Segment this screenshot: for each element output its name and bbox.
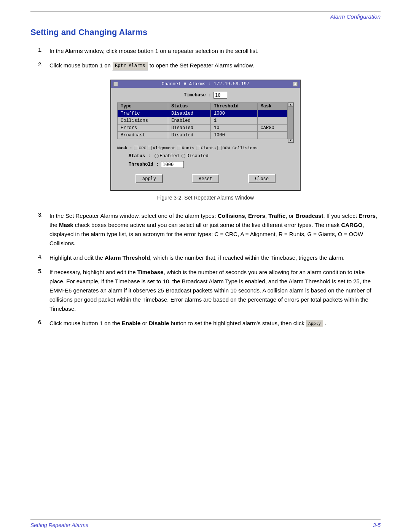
list-content-3: In the Set Repeater Alarms window, selec…	[49, 211, 381, 248]
page-title: Setting and Changing Alarms	[30, 27, 381, 37]
reset-button[interactable]: Reset	[192, 174, 219, 183]
table-container: Type Status Threshold Mask Traffic Disab…	[117, 102, 294, 143]
cell-threshold: 1000	[211, 110, 258, 117]
table-row[interactable]: Traffic Disabled 1000	[118, 110, 288, 117]
checkbox-oow[interactable]	[217, 146, 221, 150]
footer-inner: Setting Repeater Alarms 3-5	[30, 519, 381, 528]
mask-crc-label: CRC	[139, 146, 147, 150]
threshold-row: Threshold :	[129, 161, 294, 168]
scrollbar[interactable]: ▲ ▼	[288, 102, 294, 143]
scroll-up-button[interactable]: ▲	[288, 103, 293, 107]
window-body: Timebase : Type Status Threshold Mask	[111, 88, 300, 190]
bold-enable: Enable	[122, 320, 140, 326]
header-rule	[30, 11, 381, 12]
bold-timebase: Timebase	[137, 269, 164, 275]
figure-caption: Figure 3-2. Set Repeater Alarms Window	[157, 195, 254, 201]
list-content-1: In the Alarms window, click mouse button…	[49, 46, 381, 56]
footer-right: 3-5	[373, 522, 381, 528]
col-mask: Mask	[257, 102, 287, 110]
cell-threshold: 1000	[211, 131, 258, 139]
list-item-3: 3. In the Set Repeater Alarms window, se…	[30, 211, 381, 248]
cell-status: Disabled	[168, 131, 211, 139]
status-row: Status : Enabled Disabled	[129, 153, 294, 159]
mask-giants-label: Giants	[201, 146, 216, 150]
mask-oow-label: OOW Collisions	[222, 146, 257, 150]
numbered-list: 1. In the Alarms window, click mouse but…	[30, 46, 381, 70]
apply-inline-btn[interactable]: Apply	[306, 320, 323, 328]
checkbox-runts[interactable]	[177, 146, 181, 150]
list-num-2: 2.	[38, 61, 46, 70]
mask-oow[interactable]: OOW Collisions	[217, 146, 257, 150]
window-max-ctrl[interactable]: ▲	[293, 82, 298, 86]
list-num-5: 5.	[38, 268, 46, 313]
list-num-3: 3.	[38, 211, 46, 248]
header-title: Alarm Configuration	[330, 13, 381, 20]
apply-button[interactable]: Apply	[135, 174, 163, 183]
list-content-6: Click mouse button 1 on the Enable or Di…	[49, 319, 381, 328]
list-item-2: 2. Click mouse button 1 on Rptr Alarms t…	[30, 61, 381, 70]
cell-type: Traffic	[118, 110, 168, 117]
list-item-1: 1. In the Alarms window, click mouse but…	[30, 46, 381, 56]
window-titlebar: — Channel A Alarms : 172.19.59.197 ▲	[111, 80, 300, 88]
bold-errors: Errors	[248, 212, 265, 219]
table-row[interactable]: Errors Disabled 10 CARGO	[118, 124, 288, 131]
radio-enabled-circle[interactable]	[155, 154, 159, 158]
close-button[interactable]: Close	[248, 174, 276, 183]
window-mockup: — Channel A Alarms : 172.19.59.197 ▲ Tim…	[110, 80, 301, 191]
list-item-4: 4. Highlight and edit the Alarm Threshol…	[30, 253, 381, 262]
cell-threshold: 10	[211, 124, 258, 131]
radio-disabled-circle[interactable]	[181, 154, 185, 158]
cell-status: Disabled	[168, 124, 211, 131]
alarm-table: Type Status Threshold Mask Traffic Disab…	[117, 102, 288, 139]
checkbox-alignment[interactable]	[148, 146, 152, 150]
mask-runts[interactable]: Runts	[177, 146, 194, 150]
list-num-1: 1.	[38, 46, 46, 56]
cell-type: Broadcast	[118, 131, 168, 139]
list-content-5: If necessary, highlight and edit the Tim…	[49, 268, 381, 313]
radio-disabled[interactable]: Disabled	[181, 153, 209, 159]
threshold-input[interactable]	[161, 161, 184, 168]
mask-crc[interactable]: CRC	[134, 146, 147, 150]
cell-mask	[257, 117, 287, 124]
list-item-6: 6. Click mouse button 1 on the Enable or…	[30, 319, 381, 328]
table-row[interactable]: Broadcast Disabled 1000	[118, 131, 288, 139]
checkbox-crc[interactable]	[134, 146, 138, 150]
rptr-alarms-button[interactable]: Rptr Alarms	[112, 61, 148, 70]
col-status: Status	[168, 102, 211, 110]
bold-alarm-threshold: Alarm Threshold	[105, 254, 150, 261]
cell-mask	[257, 131, 287, 139]
radio-group-status: Enabled Disabled	[155, 153, 209, 159]
timebase-row: Timebase :	[117, 92, 294, 99]
cell-type: Collisions	[118, 117, 168, 124]
mask-giants[interactable]: Giants	[196, 146, 216, 150]
button-row: Apply Reset Close	[117, 173, 294, 185]
col-type: Type	[118, 102, 168, 110]
mask-row: Mask : CRC Alignment Runts	[117, 146, 294, 150]
mask-alignment[interactable]: Alignment	[148, 146, 175, 150]
mask-label: Mask :	[117, 146, 132, 150]
table-header-row: Type Status Threshold Mask	[118, 102, 288, 110]
cell-status: Enabled	[168, 117, 211, 124]
list-num-6: 6.	[38, 319, 46, 328]
bold-broadcast: Broadcast	[295, 212, 323, 219]
list-content-2: Click mouse button 1 on Rptr Alarms to o…	[49, 61, 381, 70]
col-threshold: Threshold	[211, 102, 258, 110]
radio-enabled-label: Enabled	[160, 153, 179, 159]
mask-runts-label: Runts	[182, 146, 194, 150]
cell-type: Errors	[118, 124, 168, 131]
table-row[interactable]: Collisions Enabled 1	[118, 117, 288, 124]
list-2-text-after: to open the Set Repeater Alarms window.	[150, 62, 254, 69]
mask-alignment-label: Alignment	[153, 146, 175, 150]
radio-enabled[interactable]: Enabled	[155, 153, 179, 159]
timebase-input[interactable]	[213, 92, 227, 99]
radio-disabled-label: Disabled	[186, 153, 209, 159]
timebase-label: Timebase :	[184, 93, 211, 98]
checkbox-giants[interactable]	[196, 146, 200, 150]
window-close-ctrl[interactable]: —	[113, 82, 118, 86]
window-title: Channel A Alarms : 172.19.59.197	[118, 81, 293, 87]
list-num-4: 4.	[38, 253, 46, 262]
list-2-text-before: Click mouse button 1 on	[49, 62, 112, 69]
scroll-down-button[interactable]: ▼	[288, 139, 293, 142]
figure-container: — Channel A Alarms : 172.19.59.197 ▲ Tim…	[30, 80, 381, 201]
scroll-track	[288, 107, 293, 139]
